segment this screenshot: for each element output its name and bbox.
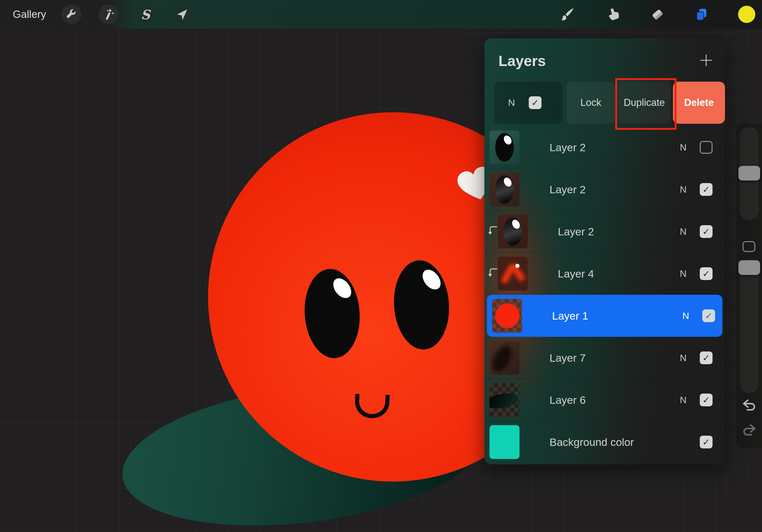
visibility-checkbox[interactable]: ✓	[700, 436, 713, 448]
annotation-highlight-box	[615, 78, 676, 130]
layer-thumbnail[interactable]	[490, 425, 519, 459]
layer-name: Layer 6	[550, 379, 585, 421]
opacity-slider[interactable]	[740, 259, 759, 393]
eraser-icon	[650, 7, 664, 21]
top-toolbar: Gallery S	[0, 0, 762, 29]
adjustments-button[interactable]	[99, 4, 118, 24]
smudge-icon	[606, 7, 620, 21]
smudge-tool-button[interactable]	[603, 4, 623, 24]
layer-thumbnail[interactable]	[498, 215, 528, 248]
blend-mode-badge[interactable]: N	[675, 126, 692, 168]
eraser-tool-button[interactable]	[648, 4, 667, 24]
delete-button[interactable]: Delete	[673, 82, 725, 124]
undo-button[interactable]	[741, 397, 758, 414]
visibility-checkbox[interactable]: ✓	[700, 267, 713, 280]
redo-button[interactable]	[741, 422, 758, 439]
plus-icon	[699, 53, 714, 68]
transform-button[interactable]	[173, 4, 192, 24]
lock-button[interactable]: Lock	[567, 82, 615, 124]
color-swatch[interactable]	[738, 6, 755, 23]
blend-mode-badge[interactable]: N	[675, 253, 692, 295]
layer-row[interactable]: Layer 2N	[485, 126, 725, 168]
visibility-checkbox[interactable]: ✓	[700, 394, 713, 406]
brush-icon	[560, 7, 574, 21]
selection-icon: S	[141, 7, 150, 22]
wrench-icon	[65, 8, 78, 21]
layer-name: Layer 4	[558, 253, 594, 295]
visibility-checkbox[interactable]: ✓	[700, 225, 713, 238]
layer-row[interactable]: Layer 7N✓	[485, 337, 725, 379]
opacity-handle[interactable]	[738, 260, 760, 275]
layer-list: Layer 2NLayer 2N✓Layer 2N✓Layer 4N✓Layer…	[485, 126, 725, 464]
brush-size-handle[interactable]	[738, 166, 760, 180]
layer-name: Layer 7	[550, 337, 585, 379]
layer-row[interactable]: Layer 2N✓	[485, 211, 725, 253]
panel-title: Layers	[498, 52, 546, 70]
layers-panel: Layers N ✓ Lock Duplicate Delete Layer 2…	[485, 38, 725, 464]
transform-arrow-icon	[177, 8, 189, 21]
layer-name: Layer 2	[550, 126, 585, 168]
blend-mode-badge[interactable]: N	[675, 337, 692, 379]
blend-mode-badge[interactable]: N	[677, 295, 694, 337]
blend-mode-badge[interactable]: N	[675, 379, 692, 421]
layer-thumbnail[interactable]	[490, 383, 519, 417]
blend-mode-badge[interactable]: N	[675, 168, 692, 211]
layer-thumbnail[interactable]	[498, 257, 528, 291]
add-layer-button[interactable]	[698, 52, 715, 69]
redo-icon	[741, 422, 758, 439]
visibility-checkbox[interactable]: ✓	[700, 352, 713, 364]
gallery-button[interactable]: Gallery	[13, 0, 46, 29]
layer-name: Background color	[550, 421, 634, 463]
layer-row-background[interactable]: Background color✓	[485, 421, 725, 463]
modify-button[interactable]	[742, 241, 755, 252]
layer-row[interactable]: Layer 4N✓	[485, 253, 725, 295]
layer-thumbnail[interactable]	[492, 299, 522, 333]
layer-thumbnail[interactable]	[490, 172, 519, 206]
undo-icon	[741, 397, 758, 414]
layer-name: Layer 1	[552, 295, 588, 337]
layer-row[interactable]: Layer 6N✓	[485, 379, 725, 421]
blend-mode-box[interactable]: N ✓	[494, 82, 562, 124]
selection-button[interactable]: S	[136, 4, 155, 24]
layer-name: Layer 2	[558, 211, 594, 253]
layer-row[interactable]: Layer 1N✓	[487, 295, 723, 337]
layer-thumbnail[interactable]	[490, 130, 519, 164]
blend-mode-badge[interactable]: N	[675, 211, 692, 253]
layer-thumbnail[interactable]	[490, 341, 519, 375]
visibility-checkbox[interactable]: ✓	[702, 309, 715, 322]
actions-button[interactable]	[62, 4, 81, 24]
visibility-checkbox[interactable]	[700, 141, 713, 154]
visibility-checkbox[interactable]: ✓	[700, 183, 713, 196]
layers-icon	[694, 7, 708, 21]
layer-row[interactable]: Layer 2N✓	[485, 168, 725, 211]
blend-checkbox[interactable]: ✓	[529, 96, 542, 109]
brush-tool-button[interactable]	[558, 4, 577, 24]
layers-panel-button[interactable]	[692, 4, 711, 24]
magic-wand-icon	[103, 8, 114, 21]
sidebar	[736, 124, 762, 448]
blend-mode-label: N	[494, 97, 529, 108]
layer-name: Layer 2	[550, 168, 585, 211]
